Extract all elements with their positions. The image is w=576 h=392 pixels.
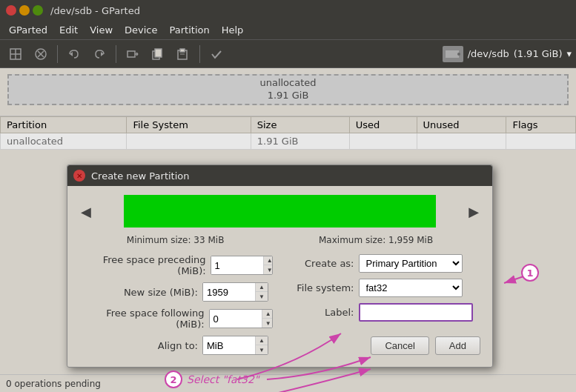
free-following-label: Free space following (MiB): bbox=[79, 308, 205, 330]
free-preceding-up[interactable]: ▲ bbox=[264, 256, 273, 265]
free-preceding-down[interactable]: ▼ bbox=[264, 265, 273, 274]
form-right: Create as: Primary Partition Extended Pa… bbox=[288, 254, 481, 355]
free-preceding-spin-btns[interactable]: ▲ ▼ bbox=[263, 256, 273, 274]
menu-view[interactable]: View bbox=[84, 22, 119, 38]
align-label: Align to: bbox=[79, 340, 198, 351]
create-as-select-wrap[interactable]: Primary Partition Extended Partition Log… bbox=[359, 254, 463, 273]
part-arrow-right[interactable]: ▶ bbox=[469, 204, 479, 219]
menu-gparted[interactable]: GParted bbox=[3, 22, 53, 38]
new-partition-button[interactable] bbox=[4, 43, 27, 65]
toolbar-separator-2 bbox=[116, 45, 116, 63]
menu-bar: GParted Edit View Device Partition Help bbox=[0, 21, 576, 40]
new-size-row: New size (MiB): ▲ ▼ bbox=[79, 282, 273, 302]
cancel-button[interactable]: Cancel bbox=[371, 336, 428, 355]
partition-visual-bar bbox=[124, 195, 436, 227]
align-spin-btns[interactable]: ▲ ▼ bbox=[255, 336, 268, 354]
svg-rect-18 bbox=[446, 50, 459, 58]
dialog-titlebar: ✕ Create new Partition bbox=[67, 165, 492, 186]
new-size-label: New size (MiB): bbox=[79, 287, 198, 298]
menu-device[interactable]: Device bbox=[119, 22, 163, 38]
add-button[interactable]: Add bbox=[435, 336, 480, 355]
free-preceding-spinner[interactable]: ▲ ▼ bbox=[211, 256, 273, 275]
label-input-wrap[interactable] bbox=[359, 303, 473, 322]
fs-label: File system: bbox=[288, 282, 354, 293]
min-size-label: Minimum size: 33 MiB bbox=[127, 235, 225, 245]
form-grid: Free space preceding (MiB): ▲ ▼ bbox=[79, 254, 480, 355]
free-following-spinner[interactable]: ▲ ▼ bbox=[209, 309, 273, 328]
device-label: /dev/sdb bbox=[468, 48, 509, 59]
svg-rect-13 bbox=[155, 49, 162, 57]
maximize-button[interactable] bbox=[33, 5, 43, 16]
create-as-label: Create as: bbox=[288, 258, 354, 269]
free-following-down[interactable]: ▼ bbox=[262, 319, 273, 328]
new-size-up[interactable]: ▲ bbox=[256, 283, 268, 292]
toolbar-separator-3 bbox=[199, 45, 200, 63]
align-up[interactable]: ▲ bbox=[256, 336, 268, 345]
form-left: Free space preceding (MiB): ▲ ▼ bbox=[79, 254, 273, 355]
dialog-buttons: Cancel Add bbox=[288, 336, 481, 355]
label-row: Label: bbox=[288, 303, 481, 322]
free-preceding-input[interactable] bbox=[211, 256, 263, 274]
new-size-input[interactable] bbox=[203, 283, 255, 301]
label-input[interactable] bbox=[360, 305, 471, 320]
menu-edit[interactable]: Edit bbox=[53, 22, 84, 38]
svg-point-19 bbox=[457, 53, 460, 56]
max-size-label: Maximum size: 1,959 MiB bbox=[319, 235, 433, 245]
free-preceding-label: Free space preceding (MiB): bbox=[79, 254, 206, 276]
window-title: /dev/sdb - GParted bbox=[50, 5, 140, 16]
free-following-row: Free space following (MiB): ▲ ▼ bbox=[79, 308, 273, 330]
dialog-body: ◀ ▶ Minimum size: 33 MiB Maximum size: 1… bbox=[67, 186, 492, 367]
align-down[interactable]: ▼ bbox=[256, 345, 268, 354]
menu-help[interactable]: Help bbox=[216, 22, 250, 38]
resize-button[interactable] bbox=[122, 43, 144, 65]
fs-select[interactable]: fat32 ext4 ext3 ntfs btrfs unformatted bbox=[360, 279, 462, 296]
dialog-title: Create new Partition bbox=[91, 170, 190, 182]
free-preceding-row: Free space preceding (MiB): ▲ ▼ bbox=[79, 254, 273, 276]
part-arrow-left[interactable]: ◀ bbox=[81, 204, 91, 219]
free-following-up[interactable]: ▲ bbox=[262, 310, 273, 319]
svg-rect-8 bbox=[128, 51, 135, 57]
paste-button[interactable] bbox=[172, 43, 194, 65]
align-spinner[interactable]: ▲ ▼ bbox=[202, 336, 268, 355]
device-dropdown-icon[interactable]: ▾ bbox=[566, 48, 572, 59]
title-bar: /dev/sdb - GParted bbox=[0, 0, 576, 21]
align-row: Align to: ▲ ▼ bbox=[79, 336, 273, 355]
new-size-spin-btns[interactable]: ▲ ▼ bbox=[255, 283, 268, 301]
dialog-close-button[interactable]: ✕ bbox=[73, 170, 85, 182]
dialog-overlay: ✕ Create new Partition ◀ ▶ Minimum size:… bbox=[0, 68, 576, 392]
new-size-down[interactable]: ▼ bbox=[256, 292, 268, 301]
minimize-button[interactable] bbox=[19, 5, 30, 16]
fs-row: File system: fat32 ext4 ext3 ntfs btrfs … bbox=[288, 279, 481, 297]
menu-partition[interactable]: Partition bbox=[164, 22, 216, 38]
align-input[interactable] bbox=[203, 336, 255, 354]
create-as-row: Create as: Primary Partition Extended Pa… bbox=[288, 254, 481, 273]
device-selector[interactable]: /dev/sdb (1.91 GiB) ▾ bbox=[443, 46, 572, 62]
device-icon bbox=[443, 46, 463, 62]
label-label: Label: bbox=[288, 307, 354, 318]
undo-button[interactable] bbox=[63, 43, 85, 65]
device-size: (1.91 GiB) bbox=[514, 48, 563, 59]
delete-partition-button[interactable] bbox=[30, 43, 52, 65]
create-as-select[interactable]: Primary Partition Extended Partition Log… bbox=[360, 255, 462, 272]
free-following-input[interactable] bbox=[210, 310, 262, 328]
free-following-spin-btns[interactable]: ▲ ▼ bbox=[262, 310, 273, 328]
toolbar-separator bbox=[57, 45, 58, 63]
svg-rect-15 bbox=[180, 49, 185, 52]
new-size-spinner[interactable]: ▲ ▼ bbox=[202, 282, 268, 302]
size-info: Minimum size: 33 MiB Maximum size: 1,959… bbox=[79, 235, 480, 245]
close-button[interactable] bbox=[6, 5, 16, 16]
window-controls[interactable] bbox=[6, 5, 43, 16]
redo-button[interactable] bbox=[88, 43, 110, 65]
app-body: unallocated 1.91 GiB Partition File Syst… bbox=[0, 68, 576, 392]
toolbar: /dev/sdb (1.91 GiB) ▾ bbox=[0, 40, 576, 68]
fs-select-wrap[interactable]: fat32 ext4 ext3 ntfs btrfs unformatted bbox=[359, 279, 463, 297]
apply-button[interactable] bbox=[205, 43, 228, 65]
copy-button[interactable] bbox=[147, 43, 169, 65]
create-partition-dialog: ✕ Create new Partition ◀ ▶ Minimum size:… bbox=[67, 165, 493, 368]
